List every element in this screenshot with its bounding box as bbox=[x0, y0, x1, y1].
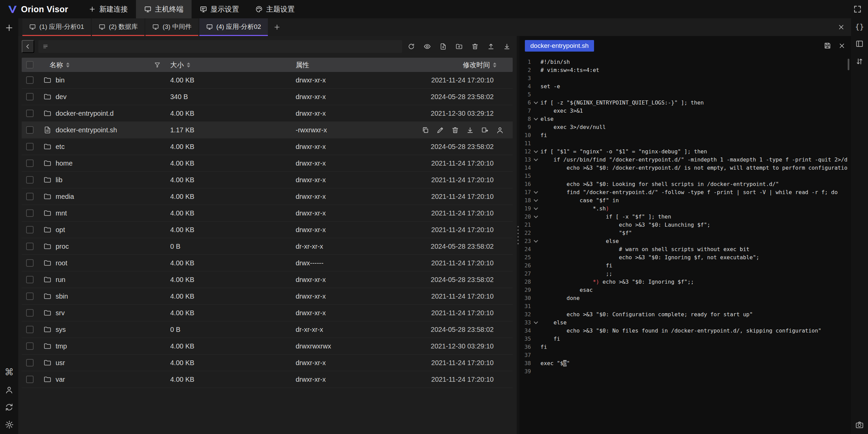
file-row[interactable]: lib 4.00 KB drwxr-xr-x 2021-11-24 17:20:… bbox=[22, 172, 513, 188]
row-checkbox[interactable] bbox=[26, 93, 34, 100]
fold-toggle[interactable] bbox=[531, 172, 540, 180]
refresh-button[interactable] bbox=[406, 41, 416, 52]
sort-caret-icon[interactable] bbox=[493, 62, 496, 68]
file-row[interactable]: tmp 4.00 KB drwxrwxrwx 2021-12-30 03:29:… bbox=[22, 338, 513, 355]
fold-toggle[interactable] bbox=[531, 180, 540, 188]
fold-toggle[interactable] bbox=[531, 237, 540, 245]
row-checkbox[interactable] bbox=[26, 209, 34, 217]
fold-toggle[interactable] bbox=[531, 131, 540, 139]
fold-toggle[interactable] bbox=[531, 302, 540, 310]
row-checkbox[interactable] bbox=[26, 359, 34, 366]
save-button[interactable] bbox=[824, 42, 831, 50]
column-header-size[interactable]: 大小 bbox=[170, 60, 296, 70]
file-row[interactable]: dev 340 B drwxr-xr-x 2024-05-28 23:58:02 bbox=[22, 89, 513, 105]
fold-toggle[interactable] bbox=[531, 253, 540, 262]
download-button[interactable] bbox=[502, 41, 512, 52]
download-button[interactable] bbox=[466, 126, 474, 134]
fold-toggle[interactable] bbox=[531, 99, 540, 107]
file-row[interactable]: media 4.00 KB drwxr-xr-x 2021-11-24 17:2… bbox=[22, 188, 513, 205]
fold-toggle[interactable] bbox=[531, 278, 540, 286]
file-row[interactable]: bin 4.00 KB drwxr-xr-x 2021-11-24 17:20:… bbox=[22, 72, 513, 89]
fold-toggle[interactable] bbox=[531, 359, 540, 367]
delete-button[interactable] bbox=[451, 126, 459, 134]
row-name[interactable]: lib bbox=[56, 176, 62, 184]
fold-toggle[interactable] bbox=[531, 294, 540, 302]
row-name[interactable]: srv bbox=[56, 309, 65, 317]
file-row[interactable]: srv 4.00 KB drwxr-xr-x 2021-11-24 17:20:… bbox=[22, 305, 513, 321]
new-tab-button[interactable] bbox=[4, 23, 14, 33]
path-input[interactable] bbox=[38, 40, 402, 53]
back-button[interactable] bbox=[22, 40, 34, 53]
row-checkbox[interactable] bbox=[26, 276, 34, 283]
code-area[interactable]: 1 #!/bin/sh 2 # vim:sw=4:ts=4:et 3 4 set… bbox=[519, 55, 851, 434]
row-name[interactable]: tmp bbox=[56, 342, 67, 350]
column-header-name[interactable]: 名称 bbox=[38, 60, 170, 70]
file-row[interactable]: docker-entrypoint.sh 1.17 KB -rwxrwxr-x bbox=[22, 122, 513, 138]
preview-button[interactable] bbox=[422, 41, 432, 52]
fold-toggle[interactable] bbox=[531, 327, 540, 335]
row-name[interactable]: proc bbox=[56, 243, 69, 250]
close-editor-button[interactable] bbox=[838, 42, 846, 50]
session-tab-4[interactable]: (4) 应用-分析02 bbox=[199, 18, 268, 36]
edit-button[interactable] bbox=[436, 126, 444, 134]
row-checkbox[interactable] bbox=[26, 326, 34, 333]
file-row[interactable]: var 4.00 KB drwxr-xr-x 2021-11-24 17:20:… bbox=[22, 371, 513, 388]
file-row[interactable]: root 4.00 KB drwx------ 2021-11-24 17:20… bbox=[22, 255, 513, 271]
menu-display-settings[interactable]: 显示设置 bbox=[192, 0, 247, 18]
row-checkbox[interactable] bbox=[26, 143, 34, 150]
row-name[interactable]: root bbox=[56, 259, 67, 267]
row-checkbox[interactable] bbox=[26, 176, 34, 184]
row-checkbox[interactable] bbox=[26, 76, 34, 84]
row-name[interactable]: sbin bbox=[56, 293, 68, 300]
menu-theme-settings[interactable]: 主题设置 bbox=[247, 0, 303, 18]
fold-toggle[interactable] bbox=[531, 343, 540, 351]
file-row[interactable]: home 4.00 KB drwxr-xr-x 2021-11-24 17:20… bbox=[22, 155, 513, 172]
delete-button[interactable] bbox=[470, 41, 480, 52]
row-name[interactable]: etc bbox=[56, 143, 65, 151]
row-checkbox[interactable] bbox=[26, 226, 34, 233]
session-tab-3[interactable]: (3) 中间件 bbox=[145, 18, 198, 36]
add-session-button[interactable] bbox=[269, 18, 285, 36]
fold-toggle[interactable] bbox=[531, 319, 540, 327]
file-row[interactable]: usr 4.00 KB drwxr-xr-x 2021-11-24 17:20:… bbox=[22, 355, 513, 371]
session-tab-1[interactable]: (1) 应用-分析01 bbox=[22, 18, 91, 36]
row-name[interactable]: sys bbox=[56, 326, 66, 334]
fold-toggle[interactable] bbox=[531, 205, 540, 213]
fold-toggle[interactable] bbox=[531, 286, 540, 294]
row-name[interactable]: dev bbox=[56, 93, 66, 101]
editor-scrollbar[interactable] bbox=[848, 59, 849, 70]
fold-toggle[interactable] bbox=[531, 262, 540, 270]
fold-toggle[interactable] bbox=[531, 74, 540, 82]
row-name[interactable]: bin bbox=[56, 76, 65, 84]
fold-toggle[interactable] bbox=[531, 270, 540, 278]
fold-toggle[interactable] bbox=[531, 139, 540, 148]
fold-toggle[interactable] bbox=[531, 58, 540, 66]
editor-file-tab[interactable]: docker-entrypoint.sh bbox=[525, 40, 594, 52]
row-name[interactable]: docker-entrypoint.sh bbox=[56, 126, 117, 134]
upload-button[interactable] bbox=[486, 41, 496, 52]
fold-toggle[interactable] bbox=[531, 82, 540, 91]
fold-toggle[interactable] bbox=[531, 164, 540, 172]
row-checkbox[interactable] bbox=[26, 309, 34, 317]
row-name[interactable]: opt bbox=[56, 226, 65, 234]
fold-toggle[interactable] bbox=[531, 367, 540, 376]
command-shortcut-button[interactable]: ⌘ bbox=[5, 368, 14, 377]
file-row[interactable]: opt 4.00 KB drwxr-xr-x 2021-11-24 17:20:… bbox=[22, 222, 513, 238]
settings-button[interactable] bbox=[5, 420, 14, 429]
fold-toggle[interactable] bbox=[531, 148, 540, 156]
row-checkbox[interactable] bbox=[26, 126, 34, 134]
app-logo[interactable]: Orion Visor bbox=[7, 4, 68, 14]
file-row[interactable]: run 4.00 KB drwxr-xr-x 2024-05-28 23:58:… bbox=[22, 271, 513, 288]
new-file-button[interactable] bbox=[438, 41, 448, 52]
screenshot-button[interactable] bbox=[855, 420, 864, 429]
sort-caret-icon[interactable] bbox=[66, 62, 70, 68]
fold-toggle[interactable] bbox=[531, 188, 540, 196]
fold-toggle[interactable] bbox=[531, 66, 540, 74]
user-button[interactable] bbox=[5, 385, 14, 394]
row-name[interactable]: var bbox=[56, 376, 65, 383]
fold-toggle[interactable] bbox=[531, 245, 540, 253]
file-row[interactable]: sbin 4.00 KB drwxr-xr-x 2021-11-24 17:20… bbox=[22, 288, 513, 305]
row-checkbox[interactable] bbox=[26, 376, 34, 383]
fold-toggle[interactable] bbox=[531, 196, 540, 205]
fold-toggle[interactable] bbox=[531, 213, 540, 221]
